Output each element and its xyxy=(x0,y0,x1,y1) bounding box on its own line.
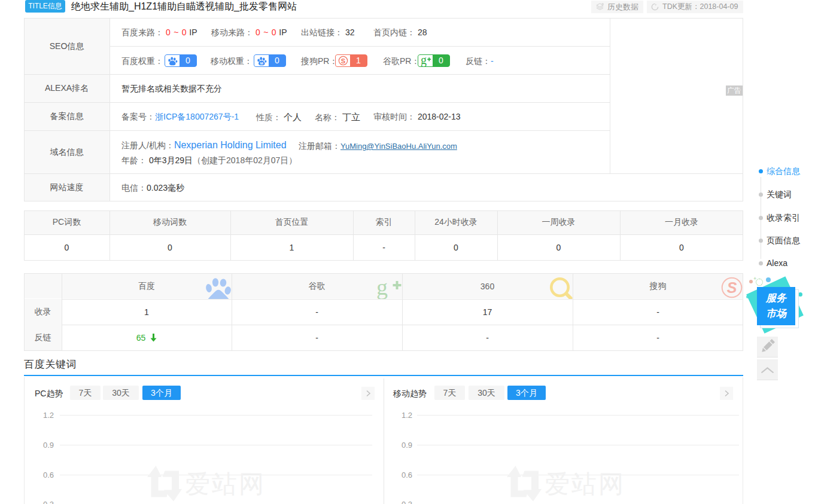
svg-text:S: S xyxy=(727,279,737,296)
svg-text:M: M xyxy=(260,62,263,65)
svg-text:g: g xyxy=(421,55,427,66)
svg-text:g: g xyxy=(376,274,388,299)
svg-text:S: S xyxy=(340,57,345,65)
